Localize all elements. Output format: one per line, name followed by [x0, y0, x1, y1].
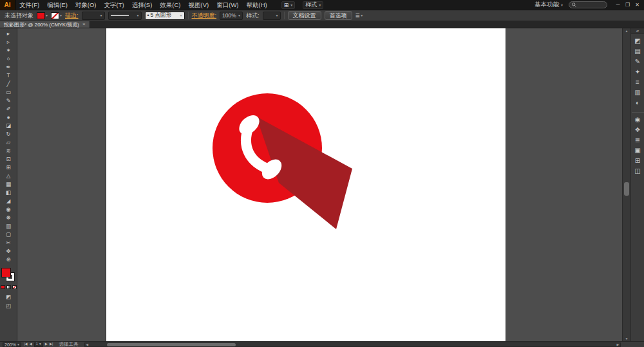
scroll-up-icon[interactable]: ▲ [623, 28, 630, 33]
menu-help[interactable]: 帮助(H) [243, 0, 271, 10]
horizontal-scrollbar[interactable]: ◀ ▶ [84, 342, 621, 347]
drawing-mode-button[interactable]: ◩ [1, 292, 17, 301]
menu-select[interactable]: 选择(S) [128, 0, 156, 10]
lasso-tool[interactable]: ○ [1, 55, 17, 63]
menu-edit[interactable]: 编辑(E) [43, 0, 71, 10]
menu-type[interactable]: 文字(T) [100, 0, 128, 10]
type-tool[interactable]: T [1, 71, 17, 80]
last-artboard-button[interactable]: ▶| [50, 342, 53, 346]
gradient-mode-button[interactable] [6, 285, 11, 289]
canvas-pasteboard[interactable] [17, 28, 622, 341]
eyedropper-tool[interactable]: ◢ [1, 197, 17, 205]
slice-tool[interactable]: ✂ [1, 239, 17, 247]
artboard[interactable] [106, 28, 506, 341]
color-mode-button[interactable] [1, 285, 5, 289]
artboard-number-combo[interactable]: 1 ▾ [34, 342, 43, 347]
artboard-tool[interactable]: ▢ [1, 230, 17, 239]
fill-stroke-indicator[interactable] [2, 268, 15, 281]
next-artboard-button[interactable]: ▶ [45, 342, 48, 346]
opacity-combo[interactable]: 100% ▾ [220, 12, 243, 20]
paintbrush-tool[interactable]: ✎ [1, 97, 17, 105]
perspective-grid-tool[interactable]: △ [1, 172, 17, 180]
rotate-tool[interactable]: ↻ [1, 130, 17, 138]
scroll-down-icon[interactable]: ▼ [623, 336, 630, 341]
brushes-panel[interactable]: ✎ [632, 57, 644, 67]
caret-down-icon: ▾ [276, 14, 278, 17]
menu-window[interactable]: 窗口(W) [213, 0, 242, 10]
style-combo[interactable]: ▾ [263, 12, 281, 20]
menu-file[interactable]: 文件(F) [15, 0, 43, 10]
document-tab[interactable]: 投影图形* @ 200% (CMYK/预览) × [0, 21, 90, 28]
workspace-switcher[interactable]: 基本功能 ▾ [535, 1, 563, 9]
stroke-panel-link[interactable]: 描边: [65, 12, 79, 20]
align-panel[interactable]: ⊞ [632, 156, 644, 166]
free-transform-tool[interactable]: ⊡ [1, 155, 17, 164]
arrange-documents-button[interactable]: ⊞ ▾ [281, 1, 296, 9]
pathfinder-panel[interactable]: ◫ [632, 166, 644, 176]
opacity-panel-link[interactable]: 不透明度: [192, 12, 217, 20]
screen-mode-button[interactable]: ◰ [1, 301, 17, 310]
zoom-tool[interactable]: ⊕ [1, 256, 17, 264]
panel-menu-button[interactable]: ≣ ▾ [355, 12, 363, 19]
search-input[interactable] [578, 2, 604, 8]
layers-panel[interactable]: ≣ [632, 135, 644, 145]
menu-effect[interactable]: 效果(C) [156, 0, 184, 10]
magic-wand-tool[interactable]: ✶ [1, 46, 17, 55]
horizontal-scrollbar-thumb[interactable] [107, 343, 236, 346]
mesh-tool[interactable]: ▦ [1, 180, 17, 189]
line-segment-tool[interactable]: ╱ [1, 80, 17, 88]
fill-indicator-swatch[interactable] [2, 268, 10, 277]
fill-color-swatch[interactable] [37, 12, 45, 19]
direct-selection-tool[interactable]: ▹ [1, 38, 17, 46]
graphic-styles-panel[interactable]: ❖ [632, 125, 644, 135]
restore-button[interactable]: ❐ [623, 0, 632, 10]
search-box[interactable] [569, 1, 607, 8]
zoom-level-combo[interactable]: 200% ▾ [3, 342, 21, 347]
brush-definition-combo[interactable]: • 5 点圆形 ▾ [145, 12, 185, 20]
none-mode-button[interactable] [12, 285, 17, 289]
transparency-panel[interactable]: ◐ [632, 98, 644, 108]
stroke-color-swatch[interactable] [51, 12, 59, 19]
pen-tool[interactable]: ✒ [1, 63, 17, 71]
tab-close-icon[interactable]: × [82, 22, 86, 27]
swatches-panel[interactable]: ▤ [632, 46, 644, 57]
vertical-scrollbar[interactable]: ▲ ▼ [622, 28, 630, 341]
first-artboard-button[interactable]: |◀ [24, 342, 28, 346]
color-panel[interactable]: ◩ [632, 36, 644, 46]
gradient-panel[interactable]: ▥ [632, 88, 644, 98]
scale-tool[interactable]: ▱ [1, 138, 17, 147]
shape-builder-tool[interactable]: ⊞ [1, 164, 17, 172]
symbol-sprayer-tool[interactable]: ❋ [1, 214, 17, 222]
style-dropdown[interactable]: 样式 ▾ [303, 1, 323, 9]
menu-view[interactable]: 视图(V) [185, 0, 213, 10]
phone-logo-artwork[interactable] [106, 28, 506, 341]
close-button[interactable]: ✕ [632, 0, 642, 10]
column-graph-tool[interactable]: ▥ [1, 222, 17, 230]
preferences-button[interactable]: 首选项 [325, 11, 352, 20]
eraser-tool[interactable]: ◪ [1, 122, 17, 130]
menu-object[interactable]: 对象(O) [71, 0, 100, 10]
selection-tool[interactable]: ▸ [1, 30, 17, 38]
scroll-left-icon[interactable]: ◀ [85, 343, 90, 346]
fill-color-control[interactable]: ▾ [37, 12, 48, 19]
artboards-panel[interactable]: ▣ [632, 145, 644, 156]
width-profile-combo[interactable]: ▾ [108, 12, 142, 20]
previous-artboard-button[interactable]: ◀ [30, 342, 32, 346]
blend-tool[interactable]: ◉ [1, 205, 17, 214]
blob-brush-tool[interactable]: ● [1, 113, 17, 122]
vertical-scrollbar-thumb[interactable] [624, 182, 629, 196]
minimize-button[interactable]: ─ [613, 0, 623, 10]
gradient-tool[interactable]: ◧ [1, 189, 17, 197]
document-setup-button[interactable]: 文档设置 [288, 11, 321, 20]
stroke-width-combo[interactable]: ▾ [82, 12, 105, 20]
stroke-color-control[interactable]: ▾ [51, 12, 62, 19]
scroll-right-icon[interactable]: ▶ [616, 343, 620, 346]
hand-tool[interactable]: ✥ [1, 247, 17, 256]
pencil-tool[interactable]: ✐ [1, 105, 17, 113]
stroke-panel[interactable]: ≡ [632, 77, 644, 88]
rectangle-tool[interactable]: ▭ [1, 88, 17, 97]
appearance-panel[interactable]: ◉ [632, 112, 644, 125]
expand-panels-icon[interactable]: « [631, 28, 644, 34]
width-tool[interactable]: ≋ [1, 147, 17, 155]
symbols-panel[interactable]: ✦ [632, 67, 644, 77]
